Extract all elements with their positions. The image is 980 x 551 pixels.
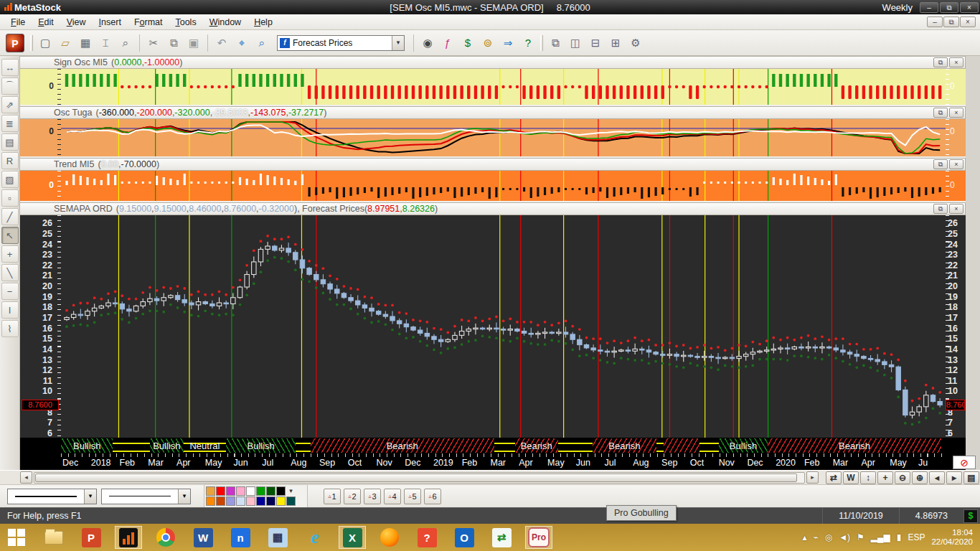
vertical-line-tool[interactable]: I <box>1 301 19 319</box>
taskbar-calculator[interactable]: ▦ <box>264 526 291 549</box>
tile-horizontal-button[interactable]: ⊟ <box>586 34 605 52</box>
menu-help[interactable]: Help <box>248 16 279 29</box>
horizontal-scrollbar[interactable] <box>34 472 805 484</box>
arrange-grid-button[interactable]: ⊞ <box>606 34 625 52</box>
cut-button[interactable]: ✂ <box>144 34 163 52</box>
zoom-select-button[interactable]: ⌕ <box>253 34 271 52</box>
child-restore-button[interactable]: ⧉ <box>943 17 959 27</box>
chart-menu-button[interactable]: ▤ <box>963 471 979 484</box>
palette-dropdown-arrow[interactable]: ▾ <box>286 486 296 496</box>
taskbar-maxthon[interactable]: n <box>227 526 254 549</box>
refresh-button[interactable]: ⇄ <box>826 471 842 484</box>
speed-lines-tool[interactable]: ≣ <box>1 115 19 132</box>
print-button[interactable]: ⌶ <box>96 34 115 52</box>
paste-button[interactable]: ▣ <box>184 34 203 52</box>
power-console-icon[interactable]: P <box>6 34 24 52</box>
periodicity-weekly-button[interactable]: W <box>843 471 859 484</box>
text-tool[interactable]: R <box>1 152 19 169</box>
add-tool[interactable]: + <box>1 245 19 263</box>
scroll-tool[interactable]: ↔ <box>1 59 19 76</box>
taskbar-explorer[interactable] <box>40 526 67 549</box>
pointer-tool[interactable]: ↖ <box>1 227 19 244</box>
taskbar-clock[interactable]: 18:0422/04/2020 <box>931 528 973 547</box>
save-button[interactable]: ▦ <box>76 34 95 52</box>
restore-button[interactable]: ⧉ <box>940 2 958 13</box>
price-restore-button[interactable]: ⧉ <box>933 204 948 214</box>
tray-expand-icon[interactable]: ▴ <box>802 532 806 542</box>
taskbar-outlook[interactable]: O <box>451 526 478 549</box>
minimize-button[interactable]: – <box>920 2 938 13</box>
network-icon[interactable]: ◎ <box>825 532 832 542</box>
trend-close-button[interactable]: × <box>949 159 963 169</box>
menu-tools[interactable]: Tools <box>169 16 202 29</box>
usb-icon[interactable]: ⌁ <box>813 532 818 542</box>
menu-view[interactable]: View <box>60 16 93 29</box>
toolbar-drag-handle[interactable] <box>30 35 33 51</box>
color-swatch-000055[interactable] <box>266 496 275 506</box>
osc_tuga-restore-button[interactable]: ⧉ <box>933 108 948 118</box>
menu-file[interactable]: File <box>4 16 32 29</box>
chevron-down-icon[interactable]: ▾ <box>84 489 96 504</box>
open-button[interactable]: ▱ <box>56 34 75 52</box>
sign_osc-restore-button[interactable]: ⧉ <box>933 57 948 67</box>
taskbar-powerpoint[interactable]: P <box>77 526 105 549</box>
child-minimize-button[interactable]: – <box>927 17 943 27</box>
tile-vertical-button[interactable]: ◫ <box>566 34 585 52</box>
cascade-windows-button[interactable]: ⧉ <box>546 34 565 52</box>
sign_osc-plot[interactable] <box>61 69 946 105</box>
menu-window[interactable]: Window <box>203 16 248 29</box>
menu-edit[interactable]: Edit <box>32 16 60 29</box>
remove-tool[interactable]: − <box>1 283 19 300</box>
sign_osc-close-button[interactable]: × <box>949 57 963 67</box>
trendline-tool[interactable]: ⇗ <box>1 96 19 113</box>
pan-button[interactable]: + <box>877 471 893 484</box>
zoom-in-button[interactable]: ⊕ <box>912 471 928 484</box>
color-swatch-000099[interactable] <box>256 496 265 506</box>
menu-insert[interactable]: Insert <box>93 16 128 29</box>
color-swatch-9a9ade[interactable] <box>226 496 235 506</box>
taskbar-chrome[interactable] <box>152 526 179 549</box>
chart-template-button-2[interactable]: ▵2 <box>344 489 361 504</box>
down-line-tool[interactable]: ╲ <box>1 264 19 281</box>
child-close-button[interactable]: × <box>960 17 976 27</box>
color-swatch-cc4400[interactable] <box>216 496 225 506</box>
scroll-left-button[interactable]: ◂ <box>20 471 32 484</box>
color-swatch-ff8800[interactable] <box>206 496 215 506</box>
taskbar-metastock[interactable] <box>115 526 142 549</box>
color-swatch-ffc0cb[interactable] <box>246 496 255 506</box>
color-swatch-ff0000[interactable] <box>216 486 225 496</box>
color-swatch-cfe0f4[interactable] <box>236 496 245 506</box>
menu-format[interactable]: Format <box>128 16 169 29</box>
taskbar-help[interactable]: ? <box>413 526 440 549</box>
no-more-data-button[interactable]: ⊘ <box>953 456 976 469</box>
zoom-out-button[interactable]: ⊖ <box>895 471 910 484</box>
toolbar-drag-handle-2[interactable] <box>540 35 543 51</box>
language-indicator[interactable]: ESP <box>908 532 925 542</box>
trend-plot[interactable] <box>61 171 946 201</box>
chart-template-button-1[interactable]: ▵1 <box>324 489 341 504</box>
color-swatch-000000[interactable] <box>276 486 286 496</box>
expert-advisor-button[interactable]: ◉ <box>418 34 437 52</box>
taskbar-pro-gobulling[interactable]: Pro <box>525 526 552 549</box>
chart-template-button-5[interactable]: ▵5 <box>404 489 421 504</box>
new-chart-button[interactable]: ▢ <box>36 34 55 52</box>
vertical-scale-button[interactable]: ↕ <box>860 471 876 484</box>
chevron-down-icon[interactable]: ▾ <box>392 36 404 50</box>
options-gear-button[interactable]: ⚙ <box>626 34 645 52</box>
explorer-button[interactable]: ⊚ <box>479 34 497 52</box>
system-tester-button[interactable]: $ <box>458 34 477 52</box>
zigzag-tool[interactable]: ⌇ <box>1 320 19 337</box>
chart-template-button-6[interactable]: ▵6 <box>424 489 441 504</box>
crosshair-button[interactable]: ⌖ <box>232 34 251 52</box>
taskbar-word[interactable]: W <box>189 526 217 549</box>
color-swatch-004d4d[interactable] <box>286 496 296 506</box>
chart-template-button-4[interactable]: ▵4 <box>384 489 401 504</box>
indicator-builder-button[interactable]: ƒ <box>438 34 457 52</box>
forecaster-button[interactable]: ⇒ <box>499 34 517 52</box>
previous-chart-button[interactable]: ◂ <box>929 471 945 484</box>
taskbar-ie[interactable]: e <box>301 526 329 549</box>
flag-icon[interactable]: ⚑ <box>857 532 864 542</box>
osc_tuga-close-button[interactable]: × <box>949 108 963 118</box>
horizontal-lines-tool[interactable]: ▤ <box>1 133 19 151</box>
rectangle-tool[interactable]: ▫ <box>1 189 19 207</box>
